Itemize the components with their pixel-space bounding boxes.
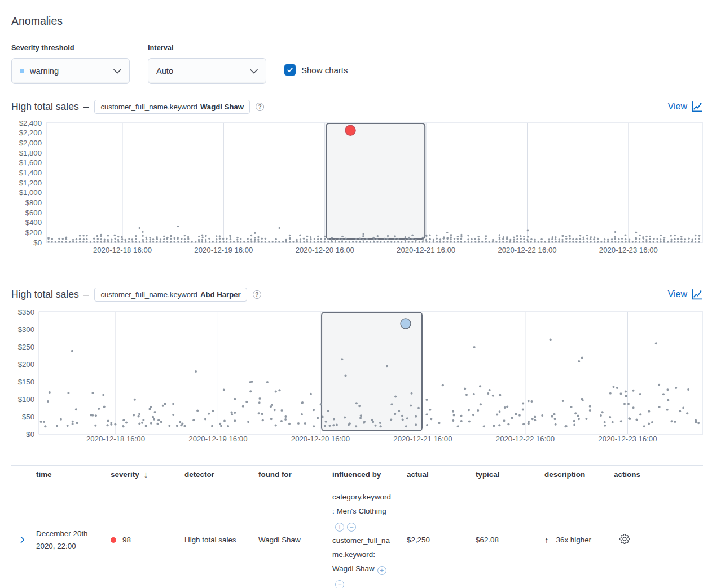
interval-select[interactable]: Auto <box>148 58 266 84</box>
typical-cell: $62.08 <box>476 536 544 544</box>
checkmark-icon <box>286 66 294 74</box>
svg-text:$350: $350 <box>18 308 34 316</box>
interval-label: Interval <box>148 43 174 52</box>
svg-text:$0: $0 <box>26 430 34 439</box>
help-icon[interactable]: ? <box>253 290 261 299</box>
actions-cell <box>614 534 703 546</box>
severity-threshold-value: warning <box>30 67 59 76</box>
svg-text:2020-12-22 16:00: 2020-12-22 16:00 <box>496 435 555 443</box>
col-header-typical[interactable]: typical <box>476 470 544 479</box>
row-actions-button[interactable] <box>614 534 630 544</box>
svg-text:2020-12-18 16:00: 2020-12-18 16:00 <box>86 435 145 443</box>
description-cell: ↑ 36x higher <box>544 535 614 545</box>
severity-threshold-label: Severity threshold <box>11 43 74 52</box>
chart-header-wagdi-shaw: High total sales – customer_full_name.ke… <box>11 99 703 114</box>
svg-text:2020-12-23 16:00: 2020-12-23 16:00 <box>599 246 658 254</box>
page-title: Anomalies <box>11 15 63 28</box>
show-charts-control: Show charts <box>284 64 348 76</box>
show-charts-checkbox[interactable] <box>284 64 296 76</box>
gear-icon <box>619 534 630 544</box>
col-header-time[interactable]: time <box>36 470 111 479</box>
remove-filter-icon[interactable]: − <box>335 580 344 588</box>
remove-filter-icon[interactable]: − <box>347 523 356 532</box>
visualize-chart-icon[interactable] <box>691 289 703 300</box>
svg-text:$2,000: $2,000 <box>19 139 42 147</box>
svg-text:$400: $400 <box>25 218 42 227</box>
svg-text:$600: $600 <box>25 209 42 217</box>
visualize-chart-icon[interactable] <box>691 101 703 113</box>
svg-text:$800: $800 <box>25 198 42 207</box>
entity-field: customer_full_name.keyword <box>100 290 197 299</box>
entity-field: customer_full_name.keyword <box>100 103 197 111</box>
svg-text:2020-12-19 16:00: 2020-12-19 16:00 <box>194 246 253 254</box>
svg-text:$1,800: $1,800 <box>19 149 42 157</box>
svg-text:$200: $200 <box>18 360 34 369</box>
view-link[interactable]: View <box>668 101 687 112</box>
chevron-down-icon <box>113 69 121 74</box>
found-for-cell: Wagdi Shaw <box>258 536 332 544</box>
svg-text:2020-12-21 16:00: 2020-12-21 16:00 <box>397 246 455 254</box>
add-filter-icon[interactable]: + <box>377 566 386 575</box>
show-charts-label: Show charts <box>301 65 348 75</box>
detector-cell: High total sales <box>184 536 258 544</box>
severity-threshold-select[interactable]: warning <box>11 58 130 84</box>
chart-title-dash: – <box>83 101 89 113</box>
row-expand-button[interactable] <box>11 536 36 544</box>
svg-text:2020-12-22 16:00: 2020-12-22 16:00 <box>498 246 556 254</box>
chart-title-dash: – <box>83 289 89 300</box>
chart-header-abd-harper: High total sales – customer_full_name.ke… <box>11 287 703 302</box>
entity-badge[interactable]: customer_full_name.keyword Abd Harper <box>94 288 247 302</box>
col-header-found-for[interactable]: found for <box>258 470 332 479</box>
svg-text:$1,200: $1,200 <box>19 179 42 187</box>
svg-text:$50: $50 <box>22 413 34 421</box>
anomaly-chart-abd-harper[interactable]: $0$50$100$150$200$250$300$3502020-12-18 … <box>11 307 703 448</box>
col-header-severity[interactable]: severity ↓ <box>111 470 184 479</box>
anomalies-table: time severity ↓ detector found for influ… <box>11 465 703 588</box>
table-header-row: time severity ↓ detector found for influ… <box>11 465 703 483</box>
anomaly-chart-wagdi-shaw[interactable]: $0$200$400$600$800$1,000$1,200$1,400$1,6… <box>11 118 703 263</box>
svg-text:$200: $200 <box>25 228 42 237</box>
description-text: 36x higher <box>556 536 592 544</box>
chevron-down-icon <box>250 69 258 74</box>
interval-value: Auto <box>156 67 173 76</box>
svg-text:$2,400: $2,400 <box>19 119 42 127</box>
warning-severity-dot-icon <box>20 69 24 73</box>
col-header-actions: actions <box>614 470 703 479</box>
add-filter-icon[interactable]: + <box>335 523 344 532</box>
arrow-up-icon: ↑ <box>544 535 549 545</box>
chart-title: High total sales <box>11 101 79 113</box>
svg-text:$1,600: $1,600 <box>19 158 42 167</box>
svg-text:$1,000: $1,000 <box>19 188 42 197</box>
help-icon[interactable]: ? <box>256 103 264 111</box>
svg-text:2020-12-20 16:00: 2020-12-20 16:00 <box>291 435 350 443</box>
svg-text:2020-12-20 16:00: 2020-12-20 16:00 <box>296 246 354 254</box>
chart-title: High total sales <box>11 289 79 300</box>
svg-text:2020-12-18 16:00: 2020-12-18 16:00 <box>93 246 152 254</box>
svg-text:$2,200: $2,200 <box>19 129 42 137</box>
svg-text:2020-12-19 16:00: 2020-12-19 16:00 <box>188 435 247 443</box>
svg-text:$250: $250 <box>18 343 34 351</box>
svg-text:2020-12-21 16:00: 2020-12-21 16:00 <box>393 435 452 443</box>
svg-text:2020-12-23 16:00: 2020-12-23 16:00 <box>598 435 657 443</box>
col-header-description[interactable]: description <box>544 470 614 479</box>
critical-severity-dot-icon <box>111 537 116 543</box>
chevron-right-icon <box>19 536 27 544</box>
svg-text:$0: $0 <box>33 238 42 247</box>
sort-desc-icon: ↓ <box>144 470 148 479</box>
svg-text:$150: $150 <box>18 378 34 386</box>
influenced-by-cell: category.keyword: Men's Clothing+−custom… <box>332 483 407 588</box>
table-row: December 20th 2020, 22:00 98 High total … <box>11 483 703 588</box>
svg-text:$300: $300 <box>18 325 34 334</box>
col-header-influenced-by[interactable]: influenced by <box>332 470 407 479</box>
severity-cell: 98 <box>111 536 184 544</box>
entity-value: Abd Harper <box>200 290 241 299</box>
view-link[interactable]: View <box>668 289 687 299</box>
time-cell: December 20th 2020, 22:00 <box>36 528 111 552</box>
col-header-detector[interactable]: detector <box>184 470 258 479</box>
entity-badge[interactable]: customer_full_name.keyword Wagdi Shaw <box>94 100 250 114</box>
entity-value: Wagdi Shaw <box>200 103 244 111</box>
svg-text:$100: $100 <box>18 395 34 404</box>
col-header-actual[interactable]: actual <box>407 470 476 479</box>
actual-cell: $2,250 <box>407 536 476 544</box>
influencer-text: category.keyword: Men's Clothing <box>332 493 391 515</box>
